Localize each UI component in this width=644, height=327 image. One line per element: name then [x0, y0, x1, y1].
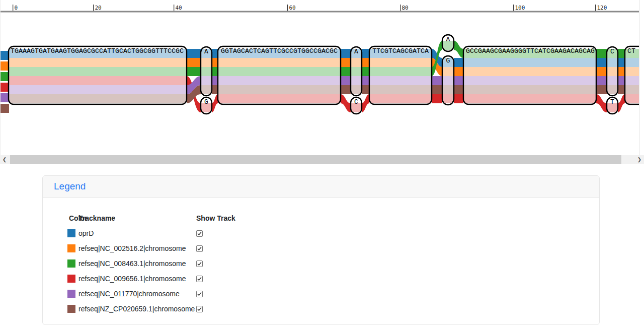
track-ribbon[interactable] — [596, 67, 607, 76]
track-ribbon[interactable] — [362, 76, 369, 85]
track-band[interactable] — [442, 94, 454, 103]
show-track-checkbox-0[interactable] — [196, 230, 203, 237]
track-band[interactable] — [218, 58, 341, 67]
track-ribbon[interactable] — [212, 67, 218, 76]
track-band[interactable] — [369, 67, 432, 76]
track-ribbon[interactable] — [212, 85, 218, 94]
track-band[interactable] — [9, 94, 187, 103]
track-band[interactable] — [442, 76, 454, 85]
track-band[interactable] — [9, 58, 187, 67]
track-band[interactable] — [463, 67, 596, 76]
track-ribbon[interactable] — [432, 85, 442, 94]
track-band[interactable] — [351, 76, 362, 85]
track-ribbon[interactable] — [432, 94, 442, 103]
track-ribbon[interactable] — [187, 58, 201, 67]
track-stub[interactable] — [1, 61, 9, 71]
scrollbar-track[interactable] — [9, 155, 635, 164]
track-ribbon[interactable] — [362, 49, 369, 58]
track-band[interactable] — [463, 58, 596, 67]
track-ribbon[interactable] — [341, 76, 351, 85]
track-ribbon[interactable] — [212, 76, 218, 85]
track-ribbon[interactable] — [212, 49, 218, 58]
track-ribbon[interactable] — [618, 94, 625, 112]
track-ribbon[interactable] — [212, 58, 218, 67]
track-band[interactable] — [625, 94, 639, 103]
track-band[interactable] — [351, 58, 362, 67]
track-ribbon[interactable] — [341, 67, 351, 76]
track-band[interactable] — [369, 94, 432, 103]
track-band[interactable] — [442, 85, 454, 94]
track-ribbon[interactable] — [454, 58, 463, 67]
scrollbar-thumb[interactable] — [10, 155, 621, 164]
track-ribbon[interactable] — [187, 67, 201, 76]
track-stub[interactable] — [1, 104, 9, 113]
track-ribbon[interactable] — [341, 85, 351, 94]
track-ribbon[interactable] — [596, 85, 607, 94]
track-band[interactable] — [9, 85, 187, 94]
show-track-checkbox-3[interactable] — [196, 276, 203, 282]
track-band[interactable] — [201, 85, 212, 94]
scroll-left-button[interactable]: ❮ — [0, 155, 9, 164]
track-band[interactable] — [625, 85, 639, 94]
track-stub[interactable] — [1, 93, 9, 102]
show-track-checkbox-1[interactable] — [196, 245, 203, 252]
track-ribbon[interactable] — [362, 58, 369, 67]
track-band[interactable] — [218, 85, 341, 94]
track-band[interactable] — [625, 58, 639, 67]
track-band[interactable] — [625, 67, 639, 76]
track-ribbon[interactable] — [618, 85, 625, 94]
track-ribbon[interactable] — [454, 94, 463, 103]
track-ribbon[interactable] — [362, 85, 369, 94]
track-band[interactable] — [201, 76, 212, 85]
track-band[interactable] — [369, 85, 432, 94]
scroll-right-button[interactable]: ❯ — [635, 155, 644, 164]
horizontal-scrollbar[interactable]: ❮ ❯ — [0, 155, 644, 164]
track-ribbon[interactable] — [341, 58, 351, 67]
track-ribbon[interactable] — [212, 94, 218, 112]
track-band[interactable] — [218, 94, 341, 103]
show-track-checkbox-5[interactable] — [196, 306, 203, 312]
track-band[interactable] — [218, 76, 341, 85]
track-band[interactable] — [369, 58, 432, 67]
track-band[interactable] — [201, 58, 212, 67]
track-ribbon[interactable] — [618, 49, 625, 58]
track-band[interactable] — [351, 67, 362, 76]
show-track-checkbox-2[interactable] — [196, 260, 203, 267]
track-ribbon[interactable] — [618, 58, 625, 67]
track-stub[interactable] — [1, 51, 9, 60]
show-track-checkbox-4[interactable] — [196, 291, 203, 297]
track-band[interactable] — [369, 76, 432, 85]
track-band[interactable] — [351, 85, 362, 94]
track-band[interactable] — [463, 94, 596, 103]
track-ribbon[interactable] — [187, 49, 201, 58]
track-ribbon[interactable] — [454, 85, 463, 94]
track-stub[interactable] — [1, 83, 9, 92]
track-ribbon[interactable] — [596, 94, 607, 112]
track-band[interactable] — [625, 76, 639, 85]
track-band[interactable] — [463, 76, 596, 85]
track-band[interactable] — [463, 85, 596, 94]
track-ribbon[interactable] — [596, 49, 607, 58]
track-ribbon[interactable] — [618, 67, 625, 76]
track-band[interactable] — [607, 67, 618, 76]
track-band[interactable] — [9, 76, 187, 85]
track-stub[interactable] — [1, 72, 9, 81]
track-band[interactable] — [607, 76, 618, 85]
track-band[interactable] — [442, 67, 454, 76]
track-band[interactable] — [607, 58, 618, 67]
track-ribbon[interactable] — [362, 67, 369, 76]
track-band[interactable] — [9, 67, 187, 76]
tube-map-svg[interactable]: 020406080100120TGAAAGTGATGAAGTGGAGCGCCAT… — [1, 0, 639, 155]
track-band[interactable] — [607, 85, 618, 94]
track-ribbon[interactable] — [596, 76, 607, 85]
track-ribbon[interactable] — [341, 49, 351, 58]
track-band[interactable] — [218, 67, 341, 76]
track-ribbon[interactable] — [454, 41, 463, 58]
track-ribbon[interactable] — [454, 76, 463, 85]
track-ribbon[interactable] — [454, 67, 463, 76]
track-ribbon[interactable] — [618, 76, 625, 85]
track-ribbon[interactable] — [362, 94, 369, 112]
track-ribbon[interactable] — [341, 94, 351, 112]
track-ribbon[interactable] — [432, 76, 442, 85]
track-band[interactable] — [201, 67, 212, 76]
